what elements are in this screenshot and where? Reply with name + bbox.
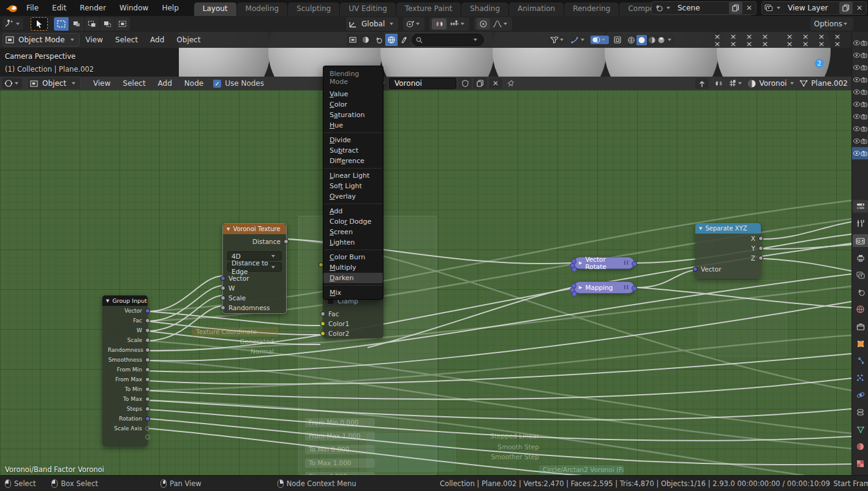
select-mode-invert[interactable] <box>100 17 115 31</box>
tab-texture[interactable] <box>853 457 868 470</box>
excluded-icon[interactable]: × <box>813 40 829 48</box>
tab-constraints[interactable] <box>853 406 868 419</box>
eye-icon[interactable] <box>853 151 860 156</box>
input-socket-randomness[interactable] <box>221 305 225 310</box>
menu-item-color[interactable]: Color <box>323 99 383 110</box>
output-socket-vector[interactable] <box>145 308 150 313</box>
outliner-row[interactable] <box>852 49 868 61</box>
camera-icon[interactable] <box>861 114 867 120</box>
mode-selector[interactable]: Object Mode <box>2 33 80 47</box>
outliner-row[interactable] <box>852 61 868 74</box>
menu-item-divide[interactable]: Divide <box>323 135 383 145</box>
tab-animation[interactable]: Animation <box>509 2 564 16</box>
pivot-chevron[interactable] <box>416 23 420 27</box>
output-socket-y[interactable] <box>758 246 763 251</box>
tab-render[interactable] <box>853 234 868 247</box>
menu-item-difference[interactable]: Difference <box>323 156 383 166</box>
output-socket-steps[interactable] <box>145 406 150 411</box>
viewport-menu-view[interactable]: View <box>80 36 109 44</box>
eye-icon[interactable] <box>853 77 860 82</box>
camera-icon[interactable] <box>861 126 867 132</box>
orientation-chevron[interactable] <box>390 23 393 27</box>
excluded-icon[interactable]: × <box>741 40 757 48</box>
node-menu-select[interactable]: Select <box>117 79 152 88</box>
tab-uv-editing[interactable]: UV Editing <box>340 2 396 16</box>
output-socket-to-max[interactable] <box>145 397 150 402</box>
tab-texture-paint[interactable]: Texture Paint <box>396 2 461 16</box>
tab-material[interactable] <box>853 440 868 453</box>
node-voronoi-texture[interactable]: ▼ Voronoi Texture Distance 4D Distance t… <box>222 223 287 314</box>
menu-file[interactable]: File <box>20 0 45 16</box>
shading-chevron[interactable] <box>668 39 671 43</box>
tab-modifiers[interactable] <box>853 354 868 367</box>
eye-icon[interactable] <box>853 139 860 143</box>
menu-item-hue[interactable]: Hue <box>323 120 383 131</box>
menu-help[interactable]: Help <box>155 0 185 16</box>
snap-target-chevron[interactable] <box>461 23 464 27</box>
camera-icon[interactable] <box>861 65 867 70</box>
select-mode-subtract[interactable] <box>85 17 99 31</box>
select-mode-set[interactable] <box>54 17 69 31</box>
outliner-row[interactable] <box>852 37 868 49</box>
menu-item-multiply[interactable]: Multiply <box>323 262 383 273</box>
eye-icon[interactable] <box>853 126 860 131</box>
tab-rendering[interactable]: Rendering <box>564 2 619 16</box>
scene-dropdown-chevron[interactable] <box>666 7 670 11</box>
node-snap-toggle[interactable] <box>712 78 725 89</box>
material-drop-icon[interactable] <box>372 34 385 46</box>
pivot-point-selector[interactable] <box>403 17 425 31</box>
eye-icon[interactable] <box>853 114 860 119</box>
options-button[interactable]: Options <box>810 17 853 31</box>
scene-unlink-button[interactable]: ✕ <box>742 2 756 14</box>
node-editor-type-selector[interactable] <box>2 78 22 89</box>
node-snap-target[interactable] <box>728 80 744 87</box>
menu-item-value[interactable]: Value <box>323 89 383 99</box>
editor-type-selector[interactable] <box>2 18 23 30</box>
excluded-icon[interactable]: × <box>782 40 798 48</box>
virtual-socket[interactable] <box>145 435 150 440</box>
view-layer-new-button[interactable] <box>839 2 853 14</box>
output-socket-from-max[interactable] <box>145 377 150 382</box>
scene-icon[interactable] <box>652 2 665 14</box>
snap-toggle[interactable] <box>432 18 447 29</box>
properties-editor-selector[interactable] <box>853 200 868 213</box>
node-canvas[interactable]: Texture Coordinate Generated Normal From… <box>0 90 851 475</box>
outliner-row[interactable] <box>852 110 868 123</box>
input-socket[interactable] <box>572 291 577 297</box>
menu-item-overlay[interactable]: Overlay <box>323 191 383 202</box>
menu-item-lighten[interactable]: Lighten <box>323 237 383 248</box>
outliner-row-selected[interactable] <box>852 147 868 159</box>
output-socket-z[interactable] <box>758 256 763 261</box>
camera-icon[interactable] <box>861 102 867 107</box>
tab-collection[interactable] <box>853 320 868 333</box>
output-socket-to-min[interactable] <box>145 387 150 392</box>
tab-scene[interactable] <box>853 286 868 299</box>
node-editor-type-chevron[interactable] <box>15 82 18 86</box>
material-slot-selector[interactable]: Voronoi <box>747 79 796 88</box>
output-socket-distance[interactable] <box>284 239 289 244</box>
use-nodes-checkbox[interactable]: ✓ Use Nodes <box>213 79 264 88</box>
voronoi-feature-dropdown[interactable]: Distance to Edge <box>227 262 282 272</box>
output-socket-fac[interactable] <box>145 318 150 323</box>
view-layer-name[interactable]: View Layer <box>783 4 839 12</box>
shading-sphere-icon[interactable] <box>360 34 372 46</box>
select-tweak-tool[interactable] <box>31 17 48 31</box>
camera-icon[interactable] <box>861 77 867 83</box>
excluded-icon[interactable]: × <box>798 40 813 48</box>
menu-item-darken[interactable]: Darken <box>323 273 383 283</box>
menu-render[interactable]: Render <box>73 0 113 16</box>
output-socket-scale-axis[interactable] <box>145 426 150 431</box>
select-mode-intersect[interactable] <box>115 17 130 31</box>
output-socket-from-min[interactable] <box>145 367 150 372</box>
input-socket-color1[interactable] <box>320 321 325 326</box>
outliner-row[interactable] <box>852 86 868 98</box>
node-mapping[interactable]: ▶ Mapping II <box>573 281 635 294</box>
output-socket-scale[interactable] <box>145 338 150 343</box>
outliner-row[interactable] <box>852 123 868 135</box>
toggle-xray-icon[interactable] <box>611 34 624 46</box>
input-socket-vector[interactable] <box>693 267 698 272</box>
world-toggle-icon[interactable] <box>385 34 398 46</box>
scene-name[interactable]: Scene <box>673 4 729 12</box>
menu-item-soft-light[interactable]: Soft Light <box>323 181 383 191</box>
output-socket-x[interactable] <box>758 236 763 241</box>
